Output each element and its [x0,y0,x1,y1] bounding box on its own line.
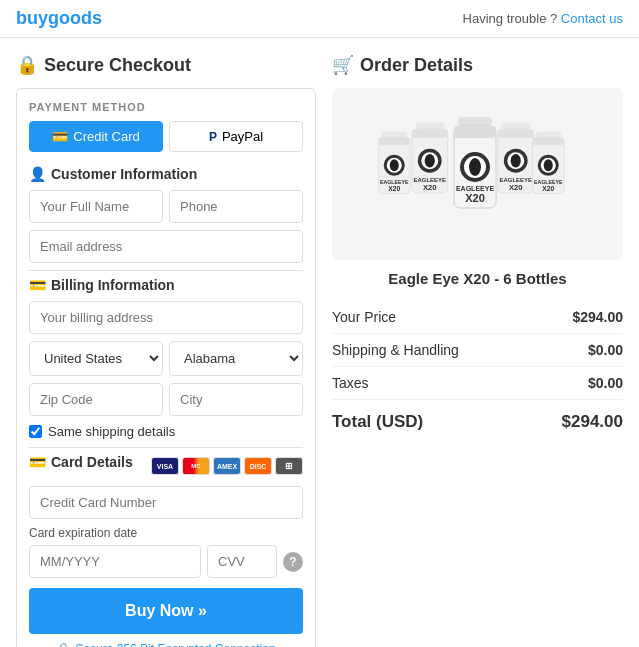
secure-text: 🔒 Secure 256 Bit Encrypted Connection [29,642,303,647]
taxes-label: Taxes [332,375,369,391]
same-shipping-label: Same shipping details [48,424,175,439]
city-input[interactable] [169,383,303,416]
email-row [29,230,303,263]
svg-rect-16 [458,117,492,126]
lock-icon: 🔒 [16,54,38,76]
paypal-icon: P [209,130,217,144]
cvv-help-icon[interactable]: ? [283,552,303,572]
email-input[interactable] [29,230,303,263]
customer-info-title: 👤 Customer Information [29,166,303,182]
billing-address-input[interactable] [29,301,303,334]
state-select[interactable]: Alabama [169,341,303,376]
svg-text:X20: X20 [542,185,554,192]
payment-method-label: PAYMENT METHOD [29,101,303,113]
card-small-icon: 💳 [29,277,46,293]
amex-icon: AMEX [213,457,241,475]
mastercard-icon: MC [182,457,210,475]
svg-text:X20: X20 [508,183,522,192]
discover-icon: DISC [244,457,272,475]
total-amount: $294.00 [562,412,623,432]
credit-card-tab[interactable]: 💳 Credit Card [29,121,163,152]
card-details-title: 💳 Card Details [29,454,133,470]
svg-point-13 [424,154,434,168]
left-panel: 🔒 Secure Checkout PAYMENT METHOD 💳 Credi… [16,54,316,647]
country-select[interactable]: United States [29,341,163,376]
right-panel: 🛒 Order Details EAGLEEYE X20 [332,54,623,647]
order-row-taxes: Taxes $0.00 [332,367,623,400]
card-details-header: 💳 Card Details VISA MC AMEX DISC ⊞ [29,454,303,478]
svg-point-29 [510,154,520,168]
svg-point-37 [543,159,552,171]
card-details-icon: 💳 [29,454,46,470]
full-name-input[interactable] [29,190,163,223]
card-number-input[interactable] [29,486,303,519]
main-container: 🔒 Secure Checkout PAYMENT METHOD 💳 Credi… [0,38,639,647]
price-label: Your Price [332,309,396,325]
country-state-row: United States Alabama [29,341,303,376]
address-row [29,301,303,334]
checkout-title: 🔒 Secure Checkout [16,54,316,76]
trouble-text: Having trouble ? [463,11,558,26]
order-rows: Your Price $294.00 Shipping & Handling $… [332,301,623,440]
product-image: EAGLEEYE X20 EAGLEEYE X20 [332,88,623,260]
svg-text:X20: X20 [465,192,485,204]
order-row-shipping: Shipping & Handling $0.00 [332,334,623,367]
header-right: Having trouble ? Contact us [463,11,623,26]
svg-text:X20: X20 [422,183,436,192]
shipping-label: Shipping & Handling [332,342,459,358]
svg-rect-24 [501,123,530,130]
phone-input[interactable] [169,190,303,223]
header: buygoods Having trouble ? Contact us [0,0,639,38]
svg-rect-32 [535,132,561,138]
svg-rect-0 [381,132,407,138]
svg-text:X20: X20 [388,185,400,192]
payment-card: PAYMENT METHOD 💳 Credit Card P PayPal 👤 … [16,88,316,647]
cart-icon: 🛒 [332,54,354,76]
taxes-amount: $0.00 [588,375,623,391]
zip-city-row [29,383,303,416]
svg-rect-26 [497,129,533,138]
zip-input[interactable] [29,383,163,416]
product-bottles-svg: EAGLEEYE X20 EAGLEEYE X20 [358,104,598,244]
expiry-label: Card expiration date [29,526,303,540]
same-shipping-row: Same shipping details [29,424,303,439]
card-number-row [29,486,303,519]
name-phone-row [29,190,303,223]
total-label: Total (USD) [332,412,423,432]
shield-icon: 🔒 [56,642,71,647]
credit-card-icon: 💳 [52,129,68,144]
order-row-price: Your Price $294.00 [332,301,623,334]
person-icon: 👤 [29,166,46,182]
svg-text:EAGLEEYE: EAGLEEYE [455,185,493,192]
svg-rect-18 [454,126,496,138]
expiry-input[interactable] [29,545,201,578]
order-row-total: Total (USD) $294.00 [332,400,623,440]
svg-point-5 [389,159,398,171]
cvv-input[interactable] [207,545,277,578]
logo: buygoods [16,8,102,29]
svg-rect-8 [415,123,444,130]
billing-info-title: 💳 Billing Information [29,277,303,293]
svg-point-21 [469,158,481,176]
visa-icon: VISA [151,457,179,475]
buy-now-button[interactable]: Buy Now » [29,588,303,634]
shipping-amount: $0.00 [588,342,623,358]
payment-tabs: 💳 Credit Card P PayPal [29,121,303,152]
same-shipping-checkbox[interactable] [29,425,42,438]
svg-rect-34 [532,138,564,146]
svg-rect-2 [378,138,410,146]
product-name: Eagle Eye X20 - 6 Bottles [332,270,623,287]
price-amount: $294.00 [572,309,623,325]
order-details-title: 🛒 Order Details [332,54,623,76]
paypal-tab[interactable]: P PayPal [169,121,303,152]
card-icons: VISA MC AMEX DISC ⊞ [151,457,303,475]
svg-rect-10 [411,129,447,138]
contact-link[interactable]: Contact us [561,11,623,26]
expiry-cvv-row: ? [29,545,303,578]
more-cards-icon: ⊞ [275,457,303,475]
